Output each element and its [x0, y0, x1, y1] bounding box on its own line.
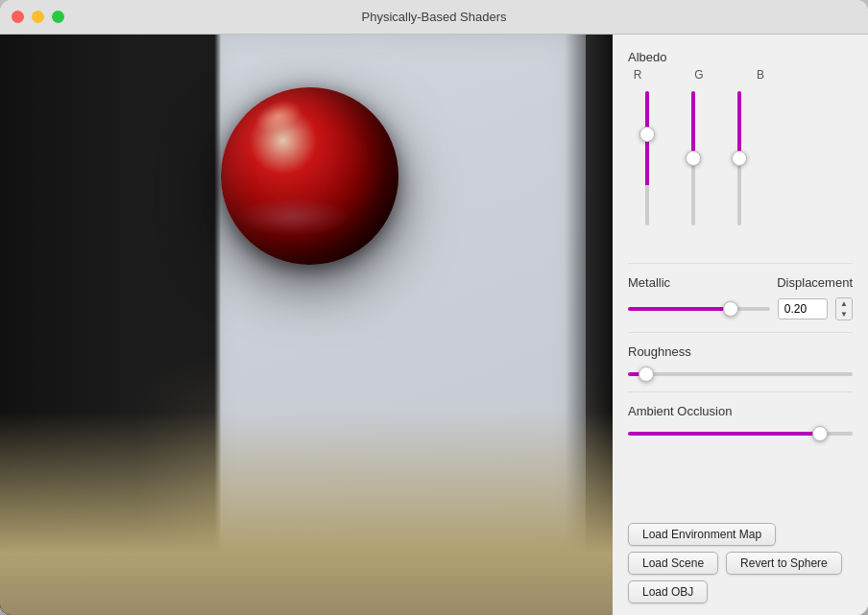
g-channel-label: G [689, 68, 709, 82]
title-bar: Physically-Based Shaders [0, 0, 868, 35]
b-slider[interactable] [737, 91, 741, 225]
rgb-sliders-container [628, 83, 853, 251]
3d-sphere [221, 87, 398, 265]
main-content: Albedo R G B [0, 35, 868, 615]
divider-3 [628, 391, 853, 392]
sphere-container [221, 87, 398, 265]
displacement-up-button[interactable]: ▲ [836, 298, 852, 309]
close-button[interactable] [12, 11, 24, 23]
ao-slider[interactable] [628, 432, 853, 436]
load-env-map-button[interactable]: Load Environment Map [628, 523, 776, 546]
load-scene-button[interactable]: Load Scene [628, 552, 718, 575]
window-title: Physically-Based Shaders [361, 10, 506, 24]
displacement-control: Displacement [777, 275, 853, 294]
b-slider-wrap [730, 91, 749, 245]
maximize-button[interactable] [52, 11, 64, 23]
load-obj-button[interactable]: Load OBJ [628, 580, 708, 603]
divider-1 [628, 263, 853, 264]
displacement-input[interactable]: 0.20 [778, 298, 828, 319]
ao-section: Ambient Occlusion [628, 404, 853, 439]
viewport[interactable] [0, 35, 613, 615]
buttons-section: Load Environment Map Load Scene Revert t… [628, 523, 853, 603]
revert-sphere-button[interactable]: Revert to Sphere [726, 552, 842, 575]
minimize-button[interactable] [32, 11, 44, 23]
controls-panel: Albedo R G B [613, 35, 868, 615]
btn-row-2: Load Scene Revert to Sphere [628, 552, 853, 575]
r-channel-label: R [628, 68, 647, 82]
app-window: Physically-Based Shaders Albedo R G B [0, 0, 868, 615]
divider-2 [628, 332, 853, 333]
albedo-label: Albedo [628, 50, 853, 64]
metallic-header: Metallic Displacement [628, 275, 853, 294]
ao-label: Ambient Occlusion [628, 404, 853, 418]
r-slider-wrap [638, 91, 657, 245]
displacement-stepper: ▲ ▼ [835, 297, 853, 320]
roughness-slider[interactable] [628, 372, 853, 376]
window-controls [12, 11, 64, 23]
metallic-section: Metallic Displacement 0.20 ▲ ▼ [628, 275, 853, 320]
displacement-down-button[interactable]: ▼ [836, 309, 852, 319]
btn-row-3: Load OBJ [628, 580, 853, 603]
floor [0, 412, 613, 615]
metallic-slider[interactable] [628, 307, 770, 311]
r-slider[interactable] [645, 91, 649, 225]
albedo-section: Albedo R G B [628, 50, 853, 251]
albedo-channel-headers: R G B [628, 68, 853, 82]
g-slider-wrap [684, 91, 703, 245]
b-channel-label: B [751, 68, 770, 82]
btn-row-1: Load Environment Map [628, 523, 853, 546]
roughness-label: Roughness [628, 344, 853, 359]
g-slider[interactable] [691, 91, 695, 225]
metallic-slider-row: 0.20 ▲ ▼ [628, 297, 853, 320]
metallic-label: Metallic [628, 275, 670, 290]
displacement-label: Displacement [777, 275, 853, 290]
roughness-section: Roughness [628, 344, 853, 380]
